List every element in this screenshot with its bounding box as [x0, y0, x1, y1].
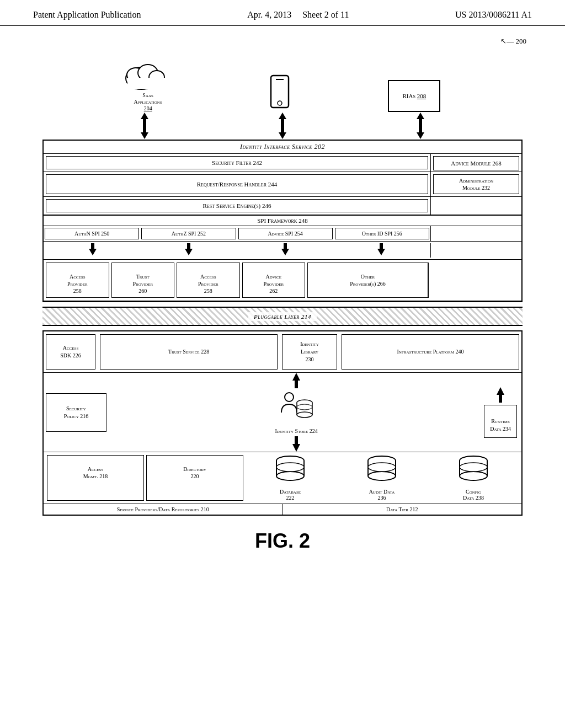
- other-id-spi: Other ID SPI 256: [335, 228, 429, 239]
- svg-rect-40: [499, 395, 502, 403]
- svg-rect-11: [143, 126, 146, 132]
- service-providers-label: Service Providers/Data Repositories 210: [44, 504, 283, 515]
- main-outer-box: Identity Interface Service 202 Security …: [42, 140, 523, 302]
- pluggable-label: Pluggable Layer 214: [248, 312, 317, 321]
- up-arrow-identity: [288, 373, 305, 388]
- database-label: Database 222: [280, 483, 301, 501]
- identity-store-label: Identity Store 224: [275, 428, 317, 434]
- request-handler-box: Request/Response Handler 244: [46, 174, 428, 194]
- page-header: Patent Application Publication Apr. 4, 2…: [0, 0, 565, 26]
- middle-row: Security Policy 216: [44, 373, 521, 452]
- svg-marker-39: [497, 387, 504, 395]
- rias-box: RIAs 208: [388, 80, 440, 112]
- admin-module-box: Administration Module 232: [433, 174, 519, 194]
- right-spacer-2: [430, 197, 521, 215]
- spi-title: SPI Framework 248: [44, 216, 521, 226]
- svg-rect-5: [271, 76, 289, 108]
- authn-spi: AuthN SPI 250: [45, 228, 139, 239]
- spi-arrow-2: [183, 243, 194, 258]
- database-cylinder: [274, 455, 307, 483]
- header-left: Patent Application Publication: [33, 10, 141, 20]
- svg-rect-13: [281, 119, 284, 126]
- directory-box: Directory 220: [146, 455, 243, 501]
- advice-spi: Advice SPI 254: [238, 228, 333, 239]
- svg-rect-21: [91, 243, 94, 250]
- cloud-icon: [125, 57, 172, 90]
- identity-library-box: Identity Library 230: [282, 334, 337, 370]
- runtime-data-area: Runtime Data 234: [484, 387, 517, 438]
- access-provider-1: Access Provider 258: [46, 263, 109, 298]
- header-right: US 2013/0086211 A1: [455, 10, 532, 20]
- database-box: Database 222: [246, 455, 335, 501]
- data-tier-label: Data Tier 212: [283, 504, 522, 515]
- rest-engine-box: Rest Service Engine(s) 246: [46, 199, 428, 212]
- infrastructure-platform-box: Infrastructure Platform 240: [342, 334, 519, 370]
- double-arrow-3: [412, 113, 429, 139]
- spi-arrow-4: [376, 243, 387, 258]
- spi-arrow-3: [280, 243, 291, 258]
- security-filter-box: Security Filter 242: [46, 156, 428, 169]
- authz-spi: AuthZ SPI 252: [141, 228, 236, 239]
- identity-interface-title: Identity Interface Service 202: [44, 141, 521, 154]
- config-cylinder: [457, 455, 490, 483]
- svg-rect-29: [295, 381, 298, 388]
- arrow-phone-down: [271, 113, 294, 139]
- spi-items-row: AuthN SPI 250 AuthZ SPI 252 Advice SPI 2…: [44, 226, 521, 242]
- svg-point-45: [276, 472, 304, 480]
- spi-arrows-row: [44, 242, 521, 260]
- diagram: Saas Applications 204 RIAs 208: [42, 49, 523, 553]
- up-arrow-runtime: [492, 387, 509, 403]
- svg-point-51: [368, 472, 396, 480]
- rias-node: RIAs 208: [388, 80, 440, 112]
- svg-point-52: [368, 463, 396, 472]
- audit-cylinder: [365, 455, 398, 483]
- config-data-label: Config Data 238: [463, 483, 484, 501]
- ref-number-arrow: ↖— 200: [500, 37, 526, 46]
- bottom-service-row: Access SDK 226 Trust Service 228 Identit…: [44, 331, 521, 373]
- runtime-data-box: Runtime Data 234: [484, 405, 517, 438]
- spi-right-spacer: [430, 226, 521, 241]
- advice-module-box: Advice Module 268: [433, 156, 519, 170]
- svg-rect-15: [281, 126, 284, 132]
- mobile-node: [269, 74, 290, 112]
- audit-data-label: Audit Data 236: [369, 483, 395, 501]
- svg-point-30: [285, 393, 294, 402]
- audit-data-box: Audit Data 236: [337, 455, 427, 501]
- svg-marker-16: [417, 113, 424, 119]
- header-sheet: Sheet 2 of 11: [302, 10, 349, 19]
- svg-marker-10: [141, 132, 148, 139]
- access-sdk-box: Access SDK 226: [46, 334, 95, 370]
- spi-arrow-1: [87, 243, 98, 258]
- svg-point-58: [460, 463, 487, 472]
- svg-marker-8: [141, 113, 148, 119]
- rest-engine-row: Rest Service Engine(s) 246: [44, 197, 521, 215]
- header-center: Apr. 4, 2013 Sheet 2 of 11: [247, 10, 349, 20]
- main-content: ↖— 200 Saas Applications 204: [0, 26, 565, 564]
- svg-rect-9: [143, 119, 146, 126]
- svg-marker-28: [292, 373, 300, 381]
- section-labels-bar: Service Providers/Data Repositories 210 …: [44, 504, 521, 515]
- svg-rect-4: [127, 78, 167, 89]
- svg-point-46: [276, 463, 304, 472]
- svg-marker-12: [279, 113, 286, 119]
- svg-marker-14: [279, 132, 286, 139]
- config-data-box: Config Data 238: [429, 455, 518, 501]
- trust-service-box: Trust Service 228: [100, 334, 278, 370]
- saas-applications-node: Saas Applications 204: [125, 57, 172, 112]
- svg-rect-23: [187, 243, 190, 250]
- svg-rect-38: [295, 436, 298, 444]
- saas-label: Saas Applications 204: [134, 92, 162, 112]
- svg-rect-27: [380, 243, 383, 250]
- fig-caption: FIG. 2: [42, 529, 523, 553]
- svg-point-36: [297, 404, 312, 410]
- arrow-saas-down: [134, 113, 156, 139]
- center-identity-area: Identity Store 224: [109, 373, 484, 452]
- pluggable-layer: Pluggable Layer 214: [42, 307, 523, 326]
- security-policy-box: Security Policy 216: [46, 393, 106, 432]
- right-modules: Advice Module 268: [430, 154, 521, 172]
- svg-rect-25: [284, 243, 287, 250]
- header-date: Apr. 4, 2013: [247, 10, 291, 19]
- providers-row: Access Provider 258 Trust Provider 260 A…: [44, 260, 521, 301]
- svg-point-35: [297, 412, 312, 417]
- request-handler-row: Request/Response Handler 244 Administrat…: [44, 172, 521, 197]
